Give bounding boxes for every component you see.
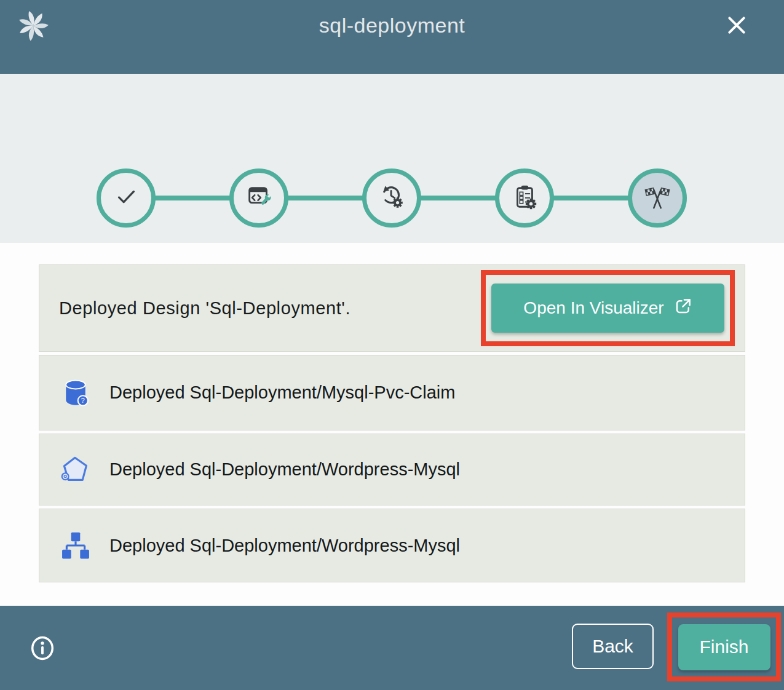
deployed-item-row: Deployed Sql-Deployment/Wordpress-Mysql	[39, 509, 745, 582]
step-finalize-deployment[interactable]	[495, 169, 554, 228]
results-panel: Deployed Design 'Sql-Deployment'. Open I…	[0, 243, 784, 606]
info-icon	[30, 654, 55, 664]
open-in-visualizer-label: Open In Visualizer	[523, 298, 663, 318]
deployed-item-row: ? Deployed Sql-Deployment/Mysql-Pvc-Clai…	[39, 355, 745, 430]
dry-run-icon	[378, 183, 406, 213]
deployed-item-text: Deployed Sql-Deployment/Wordpress-Mysql	[109, 459, 460, 480]
modal-footer: Back Finish	[0, 606, 784, 690]
highlight-box-finish: Finish	[667, 613, 781, 681]
step-finish[interactable]	[628, 169, 687, 228]
sitemap-icon	[59, 529, 92, 562]
step-validate-design[interactable]	[97, 169, 156, 228]
deployment-stepper: Validate Design Identify Environments Dr…	[0, 74, 784, 243]
checkered-flags-icon	[643, 183, 671, 213]
info-button[interactable]	[30, 635, 55, 662]
clipboard-gear-icon	[510, 183, 539, 213]
svg-text:?: ?	[81, 397, 85, 404]
open-in-visualizer-button[interactable]: Open In Visualizer	[491, 284, 724, 333]
modal-title: sql-deployment	[0, 14, 784, 38]
deployed-item-row: Deployed Sql-Deployment/Wordpress-Mysql	[39, 434, 745, 506]
step-identify-environments[interactable]	[229, 169, 288, 228]
pod-icon	[59, 453, 92, 486]
check-icon	[112, 183, 140, 213]
back-button[interactable]: Back	[572, 624, 654, 669]
external-link-icon	[674, 297, 692, 320]
highlight-box-visualizer: Open In Visualizer	[481, 270, 735, 346]
summary-row: Deployed Design 'Sql-Deployment'. Open I…	[39, 264, 745, 352]
finish-button[interactable]: Finish	[678, 624, 770, 670]
code-tools-icon	[245, 183, 273, 213]
deployed-design-text: Deployed Design 'Sql-Deployment'.	[59, 265, 350, 351]
deployment-modal: sql-deployment	[0, 0, 784, 690]
close-icon	[724, 30, 749, 39]
deployed-item-text: Deployed Sql-Deployment/Mysql-Pvc-Claim	[109, 383, 455, 403]
deployed-item-text: Deployed Sql-Deployment/Wordpress-Mysql	[109, 536, 460, 556]
modal-header: sql-deployment	[0, 0, 784, 74]
database-icon: ?	[59, 376, 92, 410]
step-dry-run[interactable]	[362, 169, 421, 228]
close-button[interactable]	[724, 13, 750, 39]
